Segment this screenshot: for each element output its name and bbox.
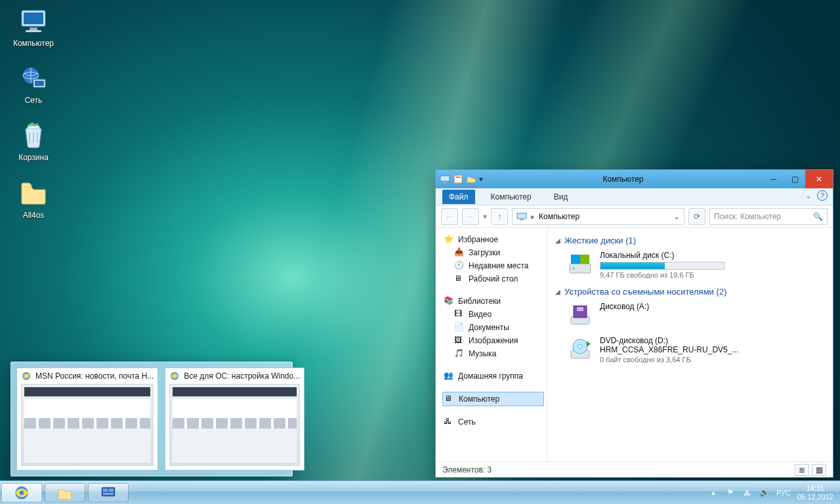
drive-freespace: 0 байт свободно из 3,64 ГБ bbox=[600, 356, 738, 364]
nav-computer[interactable]: 🖥Компьютер bbox=[442, 392, 544, 406]
navigation-pane: ⭐Избранное 📥Загрузки 🕘Недавние места 🖥Ра… bbox=[436, 228, 547, 461]
svg-rect-7 bbox=[35, 81, 44, 86]
desktop-icon-computer[interactable]: Компьютер bbox=[5, 5, 62, 48]
libraries-icon: 📚 bbox=[444, 296, 454, 306]
back-button[interactable]: ← bbox=[441, 208, 458, 225]
svg-rect-29 bbox=[103, 488, 108, 492]
explorer-window: ▾ Компьютер ─ ▢ ✕ Файл Компьютер Вид ⌄ ?… bbox=[435, 169, 833, 478]
svg-rect-19 bbox=[580, 255, 589, 264]
network-tray-icon[interactable]: 🖧 bbox=[742, 488, 753, 498]
nav-item-documents[interactable]: 📄Документы bbox=[442, 321, 544, 334]
search-input[interactable]: Поиск: Компьютер 🔍 bbox=[709, 208, 828, 225]
ribbon-tab-computer[interactable]: Компьютер bbox=[484, 190, 538, 204]
nav-homegroup[interactable]: 👥Домашняя группа bbox=[442, 369, 544, 383]
desktop-icon-label: Корзина bbox=[18, 154, 49, 162]
desktop-icon: 🖥 bbox=[454, 274, 465, 284]
clock[interactable]: 14:31 05.12.2012 bbox=[797, 484, 833, 501]
close-button[interactable]: ✕ bbox=[805, 170, 833, 188]
drive-floppy-a[interactable]: Дисковод (A:) bbox=[567, 302, 825, 328]
ie-icon bbox=[21, 371, 32, 381]
nav-item-recent[interactable]: 🕘Недавние места bbox=[442, 259, 544, 272]
nav-item-music[interactable]: 🎵Музыка bbox=[442, 347, 544, 360]
desktop-icon-network[interactable]: Сеть bbox=[5, 62, 62, 105]
new-folder-icon[interactable] bbox=[466, 174, 476, 184]
clock-time: 14:31 bbox=[797, 484, 833, 493]
folder-icon bbox=[56, 484, 74, 501]
drive-dvd-d[interactable]: DVD-дисковод (D:) HRM_CCSA_X86FRE_RU-RU_… bbox=[567, 336, 825, 364]
hdd-icon bbox=[567, 251, 593, 277]
thumbnail-card[interactable]: MSN Россия: новости, почта H... bbox=[16, 368, 158, 471]
drive-freespace: 9,47 ГБ свободно из 19,6 ГБ bbox=[600, 271, 724, 279]
computer-icon: 🖥 bbox=[444, 394, 455, 404]
view-details-button[interactable]: ≣ bbox=[795, 464, 809, 476]
view-tiles-button[interactable]: ▦ bbox=[812, 464, 826, 476]
nav-favorites[interactable]: ⭐Избранное bbox=[442, 233, 544, 246]
nav-network[interactable]: 🖧Сеть bbox=[442, 415, 544, 429]
nav-item-video[interactable]: 🎞Видео bbox=[442, 308, 544, 321]
drive-local-c[interactable]: Локальный диск (C:) 9,47 ГБ свободно из … bbox=[567, 251, 825, 279]
svg-rect-3 bbox=[26, 30, 41, 32]
action-center-icon[interactable]: ⚑ bbox=[725, 488, 736, 498]
up-button[interactable]: ↑ bbox=[491, 208, 508, 225]
system-tray: ▴ ⚑ 🖧 🔊 РУС 14:31 05.12.2012 bbox=[702, 481, 840, 504]
content-area: ◢Жесткие диски (1) Локальный диск (C:) 9… bbox=[547, 228, 833, 461]
computer-icon bbox=[18, 5, 49, 37]
nav-item-desktop[interactable]: 🖥Рабочий стол bbox=[442, 272, 544, 285]
address-bar[interactable]: ▸ Компьютер ⌄ bbox=[512, 208, 684, 225]
tray-overflow-icon[interactable]: ▴ bbox=[708, 488, 719, 498]
svg-point-27 bbox=[20, 490, 24, 495]
thumbnail-card[interactable]: Все для ОС: настройка Windo... bbox=[165, 368, 304, 471]
breadcrumb-item[interactable]: Компьютер bbox=[539, 212, 579, 221]
network-icon bbox=[18, 62, 49, 94]
svg-rect-13 bbox=[455, 177, 461, 178]
quick-access-toolbar: ▾ bbox=[440, 174, 483, 184]
taskbar-button-ie[interactable] bbox=[1, 483, 42, 502]
svg-rect-14 bbox=[517, 213, 526, 219]
recent-dropdown-icon[interactable]: ▾ bbox=[483, 212, 487, 221]
desktop-icon-folder[interactable]: All4os bbox=[5, 177, 62, 220]
desktop-icon-recycle-bin[interactable]: Корзина bbox=[5, 119, 62, 162]
desktop-icon-label: All4os bbox=[23, 211, 45, 220]
language-indicator[interactable]: РУС bbox=[776, 489, 791, 497]
star-icon: ⭐ bbox=[444, 234, 454, 245]
downloads-icon: 📥 bbox=[454, 247, 465, 258]
floppy-icon bbox=[567, 302, 593, 328]
volume-icon[interactable]: 🔊 bbox=[759, 488, 770, 498]
maximize-button[interactable]: ▢ bbox=[784, 170, 805, 188]
desktop-preview-icon bbox=[100, 484, 117, 501]
window-titlebar[interactable]: ▾ Компьютер ─ ▢ ✕ bbox=[436, 170, 833, 188]
search-placeholder: Поиск: Компьютер bbox=[714, 212, 781, 221]
svg-rect-30 bbox=[109, 488, 114, 492]
svg-rect-31 bbox=[103, 493, 114, 495]
taskbar-button-show-desktop[interactable] bbox=[88, 483, 129, 502]
forward-button[interactable]: → bbox=[462, 208, 479, 225]
nav-item-downloads[interactable]: 📥Загрузки bbox=[442, 246, 544, 259]
ribbon-tab-view[interactable]: Вид bbox=[547, 190, 575, 204]
category-hard-drives[interactable]: ◢Жесткие диски (1) bbox=[555, 236, 825, 245]
refresh-button[interactable]: ⟳ bbox=[688, 208, 705, 225]
ie-icon bbox=[169, 371, 180, 381]
svg-point-25 bbox=[578, 345, 582, 348]
taskbar-button-explorer[interactable] bbox=[45, 483, 85, 502]
svg-rect-1 bbox=[24, 12, 43, 24]
category-removable[interactable]: ◢Устройства со съемными носителями (2) bbox=[555, 287, 825, 297]
svg-rect-18 bbox=[571, 255, 580, 264]
svg-rect-12 bbox=[454, 175, 462, 183]
dvd-icon bbox=[567, 336, 593, 362]
desktop-icon-label: Сеть bbox=[25, 96, 43, 105]
breadcrumb-sep-icon[interactable]: ▸ bbox=[531, 212, 535, 221]
thumbnail-title: Все для ОС: настройка Windo... bbox=[184, 371, 300, 381]
address-dropdown-icon[interactable]: ⌄ bbox=[673, 212, 680, 221]
clock-date: 05.12.2012 bbox=[797, 493, 833, 501]
nav-item-pictures[interactable]: 🖼Изображения bbox=[442, 334, 544, 347]
ribbon-tab-file[interactable]: Файл bbox=[442, 190, 475, 204]
help-icon[interactable]: ? bbox=[817, 190, 828, 201]
ribbon-expand-icon[interactable]: ⌄ bbox=[805, 191, 812, 200]
network-icon: 🖧 bbox=[444, 417, 454, 427]
svg-rect-22 bbox=[577, 307, 583, 311]
minimize-button[interactable]: ─ bbox=[763, 170, 784, 188]
nav-libraries[interactable]: 📚Библиотеки bbox=[442, 295, 544, 308]
properties-icon[interactable] bbox=[453, 174, 463, 184]
svg-rect-10 bbox=[440, 176, 450, 181]
document-icon: 📄 bbox=[454, 322, 465, 333]
